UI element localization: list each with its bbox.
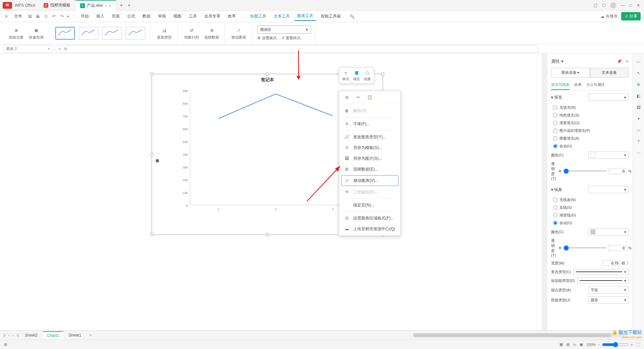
menu-view[interactable]: 视图: [171, 12, 184, 20]
ctx-assign-macro[interactable]: 指定宏(N)...: [339, 200, 400, 210]
menu-smart-tools[interactable]: 智能工具箱: [318, 12, 343, 20]
sheet-last-icon[interactable]: ›|: [16, 332, 19, 338]
menu-efficiency[interactable]: 效率: [225, 12, 238, 20]
resize-handle-bl[interactable]: [150, 233, 154, 236]
ctx-save-template[interactable]: ⎘另存为模板(S)...: [339, 142, 400, 153]
settings-strip-icon[interactable]: ⚙: [635, 81, 642, 88]
resize-handle-tl[interactable]: [150, 72, 154, 76]
view-page-icon[interactable]: ▤: [566, 342, 570, 347]
chart-style-thumb-3[interactable]: [102, 27, 122, 40]
menu-formula[interactable]: 公式: [124, 12, 138, 20]
search-icon[interactable]: 🔍: [349, 13, 355, 19]
avatar-icon[interactable]: [610, 2, 616, 8]
subtab-effect[interactable]: 效果: [574, 81, 582, 90]
style-strip-icon[interactable]: ◧: [635, 93, 642, 99]
book-strip-icon[interactable]: ▭: [635, 127, 642, 134]
select-data-button[interactable]: ⊞选择数据: [203, 26, 220, 41]
menu-file[interactable]: 文件: [11, 12, 25, 20]
print-icon[interactable]: 🖶: [35, 13, 41, 19]
chart-style-thumb-1[interactable]: [55, 27, 75, 40]
line-trans-dec[interactable]: ⊖: [558, 246, 561, 250]
menu-tools[interactable]: 工具: [186, 12, 200, 20]
fill-picture-radio[interactable]: 图片或纹理填充(P): [551, 127, 629, 135]
mini-style-button[interactable]: ✎样式: [342, 69, 349, 82]
move-chart-button[interactable]: ⤢移动图表: [230, 26, 248, 41]
view-break-icon[interactable]: ▭: [573, 342, 576, 347]
zoom-out-icon[interactable]: −: [598, 343, 600, 347]
close-panel-icon[interactable]: ✕: [625, 59, 629, 64]
sheet-first-icon[interactable]: |‹: [3, 332, 6, 338]
menu-text-tools[interactable]: 文本工具: [271, 12, 292, 20]
ctx-font[interactable]: A字体(F)...: [339, 118, 400, 129]
resize-handle-tr[interactable]: [381, 72, 384, 76]
image-strip-icon[interactable]: 🖼: [635, 104, 642, 111]
line-gradient-radio[interactable]: 渐变线(G): [551, 211, 629, 219]
fill-transparency-slider[interactable]: [564, 170, 607, 171]
add-tab-button[interactable]: +: [116, 2, 126, 8]
dash-type-select[interactable]: ▾: [577, 278, 629, 284]
redo-icon[interactable]: ↷: [59, 13, 65, 19]
collapse-panel-icon[interactable]: —: [635, 58, 642, 65]
cut-icon[interactable]: ✂: [355, 94, 361, 100]
fill-preset-select[interactable]: ▾: [588, 94, 629, 101]
menu-draw-tools[interactable]: 绘图工具: [248, 12, 269, 20]
resize-handle-tm[interactable]: [266, 72, 269, 76]
mini-fill-button[interactable]: 🪣填充: [353, 69, 360, 82]
cancel-fx-icon[interactable]: ✕: [58, 47, 61, 51]
maximize-icon[interactable]: □: [630, 3, 632, 8]
tab-text-options[interactable]: 文本选项: [590, 68, 629, 78]
formula-input[interactable]: ✕fx: [56, 45, 538, 53]
fullscreen-icon[interactable]: ⛶: [636, 343, 640, 347]
quick-layout-button[interactable]: ▦快速布局: [28, 26, 45, 41]
tools-strip-icon[interactable]: ✦: [635, 115, 642, 122]
view-reading-icon[interactable]: ▣: [580, 342, 583, 347]
save-icon[interactable]: 🖫: [27, 13, 33, 19]
menu-member[interactable]: 会员专享: [202, 12, 223, 20]
line-auto-radio[interactable]: 自动(U): [551, 219, 629, 227]
chart-style-thumb-4[interactable]: [126, 27, 145, 40]
fill-color-select[interactable]: ▾: [588, 151, 629, 159]
line-none-radio[interactable]: 无线条(N): [551, 196, 629, 204]
close-icon[interactable]: ×: [109, 3, 111, 8]
reset-style-button[interactable]: ↺重置样式: [281, 36, 301, 41]
tab-template[interactable]: D 找稻壳模板: [39, 0, 75, 11]
compound-type-select[interactable]: ▾: [574, 269, 629, 275]
ctx-set-area-format[interactable]: ⊡设置图表区域格式(F)...: [339, 213, 400, 223]
trans-dec[interactable]: ⊖: [558, 169, 561, 173]
window-device-icon[interactable]: ▢: [594, 3, 597, 8]
name-box[interactable]: 图表 2 ▾: [3, 45, 53, 53]
join-type-select[interactable]: 圆形▾: [588, 296, 629, 304]
cap-type-select[interactable]: 平面▾: [588, 286, 629, 294]
hamburger-icon[interactable]: ≡: [3, 13, 9, 19]
fill-transparency-input[interactable]: [609, 168, 626, 174]
vertical-scrollbar[interactable]: [542, 54, 547, 339]
horizontal-scrollbar[interactable]: [413, 333, 628, 337]
line-solid-radio[interactable]: 实线(S): [551, 204, 629, 211]
pin-icon[interactable]: 📌: [617, 59, 622, 64]
sheet-prev-icon[interactable]: ‹: [8, 332, 10, 338]
ctx-rotate-3d[interactable]: ⟲三维旋转(R)...: [339, 187, 400, 197]
menu-data[interactable]: 数据: [140, 12, 153, 20]
cube-icon[interactable]: ⬡: [602, 3, 605, 8]
menu-page[interactable]: 页面: [109, 12, 122, 20]
menu-insert[interactable]: 插入: [94, 12, 107, 20]
set-format-button[interactable]: ⚙设置格式: [257, 36, 277, 41]
subtab-size[interactable]: 大小与属性: [586, 81, 605, 90]
minimize-icon[interactable]: —: [621, 3, 625, 8]
line-color-select[interactable]: ▾: [588, 228, 629, 236]
tab-file-active[interactable]: S 产品.xlsx ● ×: [75, 0, 116, 11]
add-sheet-button[interactable]: +: [87, 333, 94, 338]
print-preview-icon[interactable]: ⎙: [43, 13, 49, 19]
more-strip-icon[interactable]: ⋯: [635, 150, 642, 156]
ctx-select-data[interactable]: ⊞选择数据(E)...: [339, 164, 400, 174]
qa-dropdown[interactable]: ▾: [67, 14, 69, 19]
zoom-in-icon[interactable]: +: [631, 343, 633, 347]
subtab-fill-line[interactable]: 填充与线条: [551, 81, 570, 90]
view-normal-icon[interactable]: ▦: [559, 342, 563, 347]
paste-icon[interactable]: 📋: [367, 94, 373, 100]
tab-chart-options[interactable]: 图表选项 ▾: [551, 68, 590, 78]
line-preset-select[interactable]: ▾: [588, 186, 629, 193]
ctx-move-chart[interactable]: ⤢移动图表(V)...: [341, 175, 398, 186]
width-spin[interactable]: ▲▼: [627, 261, 629, 265]
switch-rowcol-button[interactable]: ⇄切换行列: [183, 26, 200, 41]
